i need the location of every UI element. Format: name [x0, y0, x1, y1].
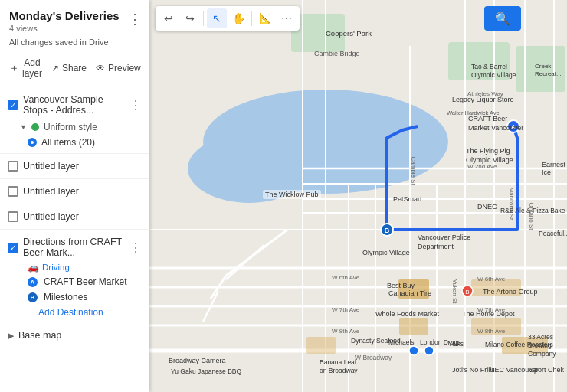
layer-item[interactable]: Untitled layer — [0, 207, 149, 226]
svg-rect-4 — [448, 42, 510, 80]
svg-rect-0 — [149, 0, 567, 392]
svg-text:A: A — [511, 123, 516, 131]
svg-text:B: B — [465, 289, 469, 296]
svg-line-28 — [211, 276, 226, 299]
svg-point-44 — [424, 346, 434, 355]
layer-options-button[interactable]: ⋮ — [128, 98, 143, 113]
street-w6th-e: W 6th Ave — [477, 276, 505, 283]
place-craft-beer-market: CRAFT BeerMarket Vancouver — [468, 115, 523, 132]
add-layer-icon: ＋ — [9, 61, 19, 75]
place-milano-coffee: Milano Coffee Roasters — [485, 341, 553, 348]
chevron-right-icon: ▶ — [8, 331, 14, 341]
all-items-dot — [28, 138, 37, 147]
place-athletes-way: Athletes Way — [467, 90, 503, 97]
place-yolks: Yolks — [448, 340, 464, 348]
directions-header[interactable]: Directions from CRAFT Beer Mark... ⋮ — [0, 233, 149, 260]
place-michaels: Michaels — [388, 338, 415, 346]
svg-point-41 — [462, 286, 473, 296]
street-ontario: Ontario St — [528, 203, 535, 230]
car-icon: 🚗 — [28, 262, 39, 273]
place-mec: MEC Vancouver — [489, 366, 539, 374]
place-jotis: Joti's No Frills — [452, 366, 495, 374]
place-flying-pig: The Flying PigOlympic Village — [466, 147, 513, 165]
undo-button[interactable]: ↩ — [159, 8, 179, 28]
waypoint-b-dot: B — [28, 292, 38, 302]
street-w7th-e: W 7th Ave — [477, 306, 505, 313]
place-dynasty-seafood: Dynasty Seafood — [351, 337, 401, 345]
layer-item[interactable]: Vancouver Sample Stops - Addres... ⋮ — [0, 90, 149, 119]
directions-options-button[interactable]: ⋮ — [128, 240, 143, 255]
svg-point-1 — [203, 90, 448, 194]
layer-untitled-2: Untitled layer — [0, 179, 149, 204]
uniform-style-item[interactable]: ▼ Uniform style — [0, 119, 149, 135]
map-search: 🔍 — [484, 6, 521, 31]
style-dot — [31, 123, 39, 131]
map-toolbar: ↩ ↪ ↖ ✋ 📐 ⋯ — [156, 6, 300, 31]
street-w6th-w: W 6th Ave — [332, 274, 359, 281]
svg-rect-35 — [306, 337, 336, 354]
inner-dot — [31, 141, 34, 144]
layer-checkbox[interactable] — [8, 211, 18, 222]
layer-item[interactable]: Untitled layer — [0, 182, 149, 201]
sidebar: Monday's Deliveries 4 views ⋮ All change… — [0, 0, 149, 392]
all-items-item[interactable]: All items (20) — [0, 135, 149, 150]
place-coopers-park: Coopers' Park — [326, 29, 372, 38]
place-creek: CreekRecreat... — [535, 63, 562, 79]
search-button[interactable]: 🔍 — [484, 6, 521, 31]
directions-layer: Directions from CRAFT Beer Mark... ⋮ 🚗 D… — [0, 230, 149, 325]
street-w2nd-east: W 2nd Ave — [467, 163, 497, 170]
street-cambie: Cambie St — [410, 157, 417, 185]
place-legacy-liquor: Legacy Liquor Store — [452, 96, 514, 103]
street-broadway: W Broadway — [355, 354, 392, 361]
saved-status: All changes saved in Drive — [0, 36, 149, 53]
basemap-section[interactable]: ▶ Base map — [0, 325, 149, 345]
svg-point-39 — [381, 224, 393, 236]
place-33-acres: 33 Acres BrewingCompany — [528, 333, 567, 358]
svg-line-30 — [203, 291, 218, 322]
layer-checkbox[interactable] — [8, 186, 18, 197]
measure-button[interactable]: 📐 — [255, 8, 275, 28]
driving-badge: 🚗 Driving — [0, 260, 76, 274]
sidebar-menu-button[interactable]: ⋮ — [128, 11, 142, 28]
place-earnest-ice: Earnest Ice — [542, 161, 567, 176]
pan-button[interactable]: ✋ — [228, 8, 248, 28]
waypoint-b[interactable]: B Milestones — [0, 289, 149, 305]
place-dneg: DNEG — [477, 203, 497, 211]
views-count: 4 views — [9, 24, 120, 33]
layer-item[interactable]: Untitled layer — [0, 157, 149, 175]
place-wicklow-pub: The Wicklow Pub — [263, 190, 321, 199]
svg-point-2 — [188, 134, 310, 203]
select-button[interactable]: ↖ — [207, 8, 227, 28]
layer-checkbox[interactable] — [8, 161, 18, 172]
place-london-drugs: London Drugs — [420, 338, 460, 346]
share-icon: ↗ — [51, 63, 59, 74]
place-broadway-camera: Broadway Camera — [169, 357, 226, 364]
svg-rect-5 — [516, 46, 565, 92]
preview-button[interactable]: 👁 Preview — [96, 61, 141, 75]
place-artona: The Artona Group — [483, 288, 538, 296]
directions-checkbox[interactable] — [8, 243, 18, 253]
street-w8th-w: W 8th Ave — [332, 328, 359, 335]
more-tools-button[interactable]: ⋯ — [277, 8, 297, 28]
place-home-depot: The Home Depot — [462, 310, 515, 318]
svg-rect-32 — [399, 318, 428, 335]
layer-untitled-1: Untitled layer — [0, 154, 149, 179]
sidebar-header: Monday's Deliveries 4 views ⋮ — [0, 0, 149, 36]
add-destination-link[interactable]: Add Destination — [0, 305, 149, 322]
svg-rect-34 — [471, 279, 521, 296]
redo-button[interactable]: ↪ — [180, 8, 200, 28]
search-icon: 🔍 — [495, 11, 510, 26]
layer-untitled-3: Untitled layer — [0, 204, 149, 230]
place-yu-gaku: Yu Gaku Japanese BBQ — [171, 368, 241, 375]
place-best-buy: Best Buy — [387, 282, 415, 289]
layer-checkbox[interactable] — [8, 100, 18, 110]
map-area[interactable]: A B B ↩ ↪ ↖ ✋ 📐 ⋯ 🔍 Coopers' Park Cambie… — [149, 0, 567, 392]
svg-line-27 — [226, 230, 287, 276]
share-button[interactable]: ↗ Share — [51, 61, 87, 75]
waypoint-a[interactable]: A CRAFT Beer Market — [0, 274, 149, 289]
street-w8th-e: W 8th Ave — [477, 328, 505, 335]
place-canadian-tire: Canadian Tire — [388, 289, 431, 297]
place-olympic-village: Olympic Village — [362, 249, 410, 256]
add-layer-button[interactable]: ＋ Add layer — [9, 56, 42, 80]
street-w7th-w: W 7th Ave — [332, 306, 359, 313]
